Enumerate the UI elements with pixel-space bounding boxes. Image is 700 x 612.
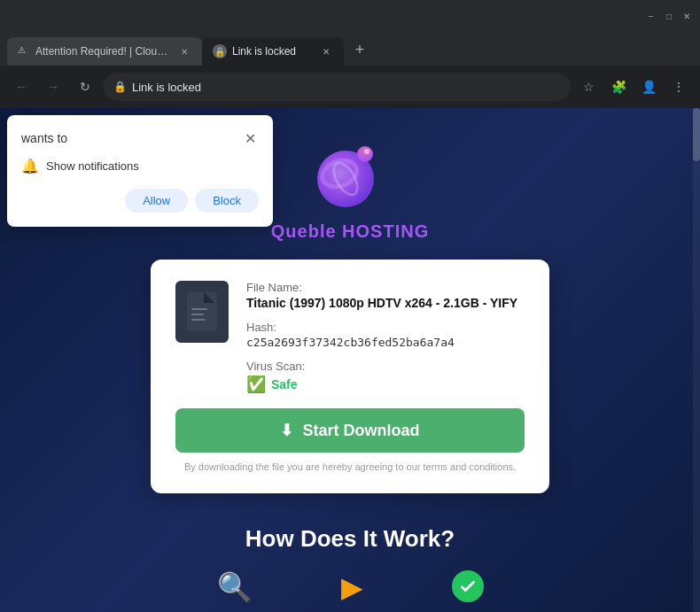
profile-button[interactable]: 👤 <box>634 73 663 101</box>
title-bar: − □ ✕ <box>0 0 700 32</box>
tab1-favicon: ⚠ <box>18 45 30 58</box>
tab-attention[interactable]: ⚠ Attention Required! | Cloudfla... ✕ <box>7 37 202 66</box>
file-card-inner: File Name: Titanic (1997) 1080p HDTV x26… <box>175 281 525 394</box>
forward-button[interactable]: → <box>39 73 67 101</box>
tab1-close-icon[interactable]: ✕ <box>177 44 191 58</box>
file-details: File Name: Titanic (1997) 1080p HDTV x26… <box>246 281 525 394</box>
notification-buttons: Allow Block <box>21 189 259 213</box>
virus-scan-label: Virus Scan: <box>246 360 525 373</box>
block-button[interactable]: Block <box>195 189 259 213</box>
browser-frame: − □ ✕ ⚠ Attention Required! | Cloudfla..… <box>0 0 700 612</box>
logo-circle <box>310 135 390 214</box>
scrollbar-thumb[interactable] <box>693 108 700 161</box>
notification-title: wants to <box>21 131 67 145</box>
bell-icon: 🔔 <box>21 158 39 174</box>
svg-rect-8 <box>191 319 206 321</box>
tab2-label: Link is locked <box>232 45 314 58</box>
notification-popup: wants to ✕ 🔔 Show notifications Allow Bl… <box>7 115 273 227</box>
logo-area: Queble HOSTING <box>271 135 429 242</box>
reload-button[interactable]: ↻ <box>71 73 99 101</box>
star-button[interactable]: ☆ <box>574 73 603 101</box>
extension-button[interactable]: 🧩 <box>604 73 633 101</box>
terms-text: By downloading the file you are hereby a… <box>175 461 525 472</box>
svg-rect-7 <box>191 314 204 315</box>
svg-point-3 <box>357 146 373 162</box>
scrollbar[interactable] <box>693 108 700 612</box>
how-title: How Does It Work? <box>217 525 484 553</box>
file-name-value: Titanic (1997) 1080p HDTV x264 - 2.1GB -… <box>246 296 525 310</box>
back-button[interactable]: ← <box>7 73 35 101</box>
safe-text: Safe <box>271 377 298 391</box>
svg-rect-5 <box>187 292 217 331</box>
window-controls: − □ ✕ <box>645 10 693 22</box>
download-button[interactable]: ⬇ Start Download <box>175 408 525 453</box>
svg-rect-6 <box>191 308 207 310</box>
safe-badge-icon: ✅ <box>246 375 266 394</box>
menu-button[interactable]: ⋮ <box>665 73 693 101</box>
address-bar[interactable]: 🔒 Link is locked <box>103 73 571 101</box>
address-text: Link is locked <box>132 81 560 94</box>
notification-close-icon[interactable]: ✕ <box>241 129 259 147</box>
notification-row-text: Show notifications <box>46 159 139 173</box>
notification-row: 🔔 Show notifications <box>21 158 259 174</box>
minimize-button[interactable]: − <box>645 10 657 22</box>
svg-point-4 <box>364 149 369 154</box>
page-content: FILG wants to ✕ 🔔 Show notifications All… <box>0 108 700 612</box>
how-cursor-icon: ▶ <box>341 570 363 604</box>
allow-button[interactable]: Allow <box>125 189 188 213</box>
tab-locked[interactable]: 🔒 Link is locked ✕ <box>202 37 344 66</box>
file-card: File Name: Titanic (1997) 1080p HDTV x26… <box>151 260 549 493</box>
virus-scan-row: ✅ Safe <box>246 375 525 394</box>
how-section: How Does It Work? 🔍 ▶ <box>217 525 484 604</box>
nav-bar: ← → ↻ 🔒 Link is locked ☆ 🧩 👤 ⋮ <box>0 66 700 108</box>
file-name-label: File Name: <box>246 281 525 294</box>
maximize-button[interactable]: □ <box>663 10 675 22</box>
tab2-close-icon[interactable]: ✕ <box>319 44 333 58</box>
hash-value: c25a2693f37342cb36fed52ba6a7a4 <box>246 336 525 349</box>
download-label: Start Download <box>302 422 419 440</box>
how-icons: 🔍 ▶ <box>217 570 484 604</box>
tab2-favicon: 🔒 <box>213 44 227 58</box>
file-icon <box>175 281 229 343</box>
hash-label: Hash: <box>246 321 525 334</box>
tabs-bar: ⚠ Attention Required! | Cloudfla... ✕ 🔒 … <box>0 32 700 66</box>
logo-text: Queble HOSTING <box>271 221 429 242</box>
tab1-label: Attention Required! | Cloudfla... <box>35 45 172 58</box>
close-button[interactable]: ✕ <box>681 10 693 22</box>
nav-actions: ☆ 🧩 👤 ⋮ <box>574 73 693 101</box>
new-tab-button[interactable]: + <box>347 37 372 62</box>
how-check-icon <box>452 570 484 602</box>
address-lock-icon: 🔒 <box>113 81 127 93</box>
download-icon: ⬇ <box>280 421 293 440</box>
how-search-icon: 🔍 <box>217 570 253 604</box>
notification-header: wants to ✕ <box>21 129 259 147</box>
